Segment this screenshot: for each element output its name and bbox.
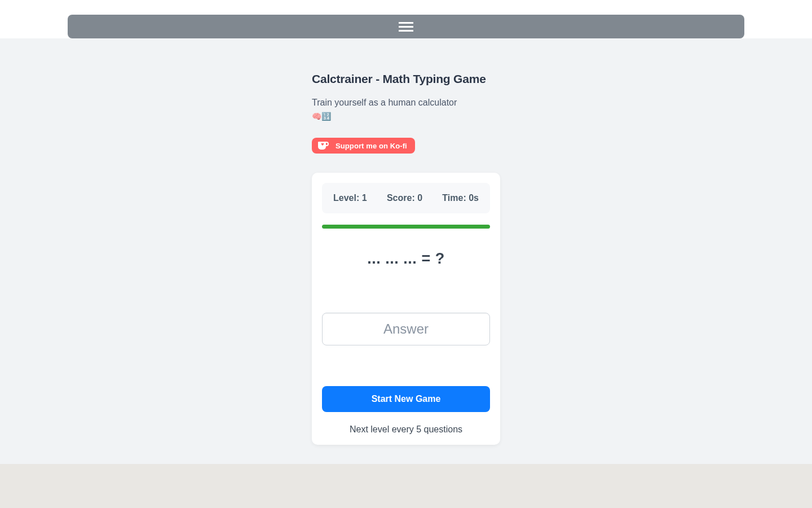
stat-score: Score: 0	[387, 193, 422, 203]
emoji-line: 🧠🔢	[312, 112, 500, 121]
question-text: ... ... ... = ?	[322, 250, 490, 268]
page-subtitle: Train yourself as a human calculator	[312, 96, 500, 110]
stat-time: Time: 0s	[442, 193, 479, 203]
kofi-label: Support me on Ko-fi	[336, 142, 407, 150]
start-new-game-button[interactable]: Start New Game	[322, 386, 490, 412]
menu-icon[interactable]	[399, 22, 413, 32]
footer-band	[0, 464, 812, 508]
kofi-icon	[317, 141, 330, 150]
navbar	[68, 15, 744, 38]
hint-text: Next level every 5 questions	[322, 424, 490, 435]
stat-level: Level: 1	[333, 193, 367, 203]
progress-bar	[322, 225, 490, 229]
game-card: Level: 1 Score: 0 Time: 0s ... ... ... =…	[312, 173, 500, 445]
stats-bar: Level: 1 Score: 0 Time: 0s	[322, 183, 490, 213]
answer-input[interactable]	[322, 313, 490, 345]
kofi-button[interactable]: Support me on Ko-fi	[312, 138, 415, 154]
page-title: Calctrainer - Math Typing Game	[312, 72, 500, 86]
